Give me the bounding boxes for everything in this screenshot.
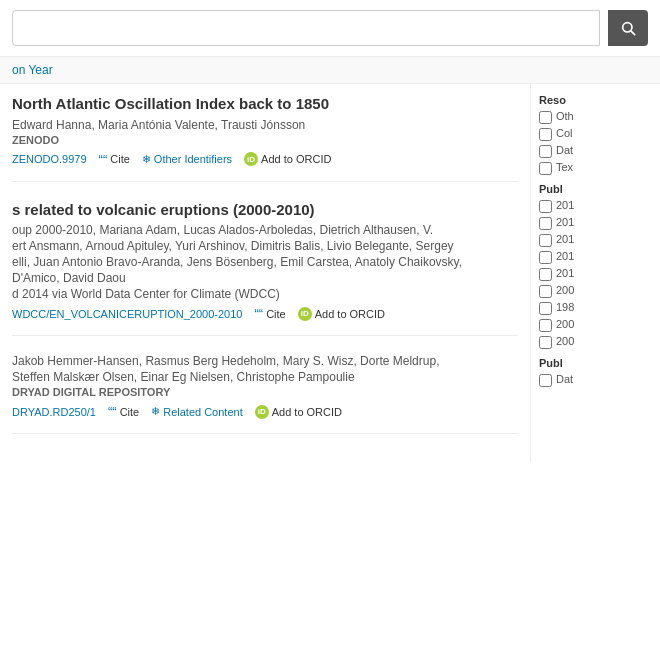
pub-year-title: Publ <box>539 183 652 195</box>
other-identifiers-button-1[interactable]: ❄ Other Identifiers <box>142 153 232 166</box>
result-title-2: s related to volcanic eruptions (2000-20… <box>12 200 518 220</box>
sidebar-label-year-0: 201 <box>556 199 574 211</box>
result-id-link-2[interactable]: WDCC/EN_VOLCANICERUPTION_2000-2010 <box>12 308 242 320</box>
sidebar-checkbox-year-3[interactable] <box>539 251 552 264</box>
sidebar-checkbox-col[interactable] <box>539 128 552 141</box>
search-input[interactable]: climate iceland <box>12 10 600 46</box>
snowflake-icon-1: ❄ <box>142 153 151 166</box>
sidebar-label-year-5: 200 <box>556 284 574 296</box>
sidebar-label-tex: Tex <box>556 161 573 173</box>
orcid-label-1: Add to ORCID <box>261 153 331 165</box>
sidebar-checkbox-pubtype-0[interactable] <box>539 374 552 387</box>
result-actions-3: DRYAD.RD250/1 ““ Cite ❄ Related Content … <box>12 404 518 419</box>
result-actions-1: ZENODO.9979 ““ Cite ❄ Other Identifiers … <box>12 152 518 167</box>
result-authors-2b: ert Ansmann, Arnoud Apituley, Yuri Arshi… <box>12 239 518 253</box>
orcid-label-3: Add to ORCID <box>272 406 342 418</box>
orcid-label-2: Add to ORCID <box>315 308 385 320</box>
svg-line-1 <box>631 31 634 34</box>
result-title-1: North Atlantic Oscillation Index back to… <box>12 94 518 114</box>
sidebar-item-year-1[interactable]: 201 <box>539 216 652 230</box>
sidebar-label-year-6: 198 <box>556 301 574 313</box>
sidebar-checkbox-year-0[interactable] <box>539 200 552 213</box>
sidebar-label-pubtype-0: Dat <box>556 373 573 385</box>
sidebar-label-year-4: 201 <box>556 267 574 279</box>
result-item-3: Jakob Hemmer-Hansen, Rasmus Berg Hedehol… <box>12 354 518 434</box>
result-actions-2: WDCC/EN_VOLCANICERUPTION_2000-2010 ““ Ci… <box>12 306 518 321</box>
orcid-button-2[interactable]: iD Add to ORCID <box>298 307 385 321</box>
sidebar-checkbox-year-8[interactable] <box>539 336 552 349</box>
orcid-icon-2: iD <box>298 307 312 321</box>
sidebar-checkbox-dat[interactable] <box>539 145 552 158</box>
orcid-button-1[interactable]: iD Add to ORCID <box>244 152 331 166</box>
result-published-2: d 2014 via World Data Center for Climate… <box>12 287 518 301</box>
resource-type-title: Reso <box>539 94 652 106</box>
sidebar-checkbox-year-7[interactable] <box>539 319 552 332</box>
sidebar-label-col: Col <box>556 127 573 139</box>
search-bar: climate iceland <box>0 0 660 57</box>
sidebar-checkbox-year-4[interactable] <box>539 268 552 281</box>
cite-button-3[interactable]: ““ Cite <box>108 404 139 419</box>
cite-button-2[interactable]: ““ Cite <box>254 306 285 321</box>
sidebar-item-year-8[interactable]: 200 <box>539 335 652 349</box>
filter-year-link[interactable]: on Year <box>12 63 53 77</box>
sidebar-label-year-7: 200 <box>556 318 574 330</box>
sidebar-item-dat[interactable]: Dat <box>539 144 652 158</box>
result-authors-3b: Steffen Malskær Olsen, Einar Eg Nielsen,… <box>12 370 518 384</box>
svg-point-0 <box>623 23 632 32</box>
sidebar-label-year-3: 201 <box>556 250 574 262</box>
sidebar-item-col[interactable]: Col <box>539 127 652 141</box>
sidebar-panel: Reso Oth Col Dat Tex Publ 201 201 201 <box>530 84 660 462</box>
sidebar-label-year-2: 201 <box>556 233 574 245</box>
sidebar-item-oth[interactable]: Oth <box>539 110 652 124</box>
cite-button-1[interactable]: ““ Cite <box>99 152 130 167</box>
orcid-icon-3: iD <box>255 405 269 419</box>
cite-label-3: Cite <box>120 406 140 418</box>
cite-label-1: Cite <box>110 153 130 165</box>
related-content-label-3: Related Content <box>163 406 243 418</box>
result-authors-2d: D'Amico, David Daou <box>12 271 518 285</box>
sidebar-checkbox-year-1[interactable] <box>539 217 552 230</box>
search-button[interactable] <box>608 10 648 46</box>
related-content-button-3[interactable]: ❄ Related Content <box>151 405 243 418</box>
sidebar-label-year-8: 200 <box>556 335 574 347</box>
cite-label-2: Cite <box>266 308 286 320</box>
sidebar-item-pubtype-0[interactable]: Dat <box>539 373 652 387</box>
sidebar-label-dat: Dat <box>556 144 573 156</box>
sidebar-checkbox-year-6[interactable] <box>539 302 552 315</box>
sidebar-label-oth: Oth <box>556 110 574 122</box>
result-item: North Atlantic Oscillation Index back to… <box>12 94 518 182</box>
result-authors-1: Edward Hanna, Maria Antónia Valente, Tra… <box>12 118 518 132</box>
results-panel: North Atlantic Oscillation Index back to… <box>0 84 530 462</box>
sidebar-item-year-6[interactable]: 198 <box>539 301 652 315</box>
snowflake-icon-3: ❄ <box>151 405 160 418</box>
search-icon <box>620 20 636 36</box>
result-source-3: Dryad Digital Repository <box>12 386 518 398</box>
pub-type-title: Publ <box>539 357 652 369</box>
result-id-link-1[interactable]: ZENODO.9979 <box>12 153 87 165</box>
result-authors-2c: elli, Juan Antonio Bravo-Aranda, Jens Bö… <box>12 255 518 269</box>
main-layout: North Atlantic Oscillation Index back to… <box>0 84 660 462</box>
sidebar-item-year-2[interactable]: 201 <box>539 233 652 247</box>
orcid-button-3[interactable]: iD Add to ORCID <box>255 405 342 419</box>
filter-bar: on Year <box>0 57 660 84</box>
sidebar-item-year-0[interactable]: 201 <box>539 199 652 213</box>
sidebar-label-year-1: 201 <box>556 216 574 228</box>
cite-icon-1: ““ <box>99 152 108 167</box>
orcid-icon-1: iD <box>244 152 258 166</box>
other-id-label-1: Other Identifiers <box>154 153 232 165</box>
result-authors-2a: oup 2000-2010, Mariana Adam, Lucas Alado… <box>12 223 518 237</box>
sidebar-checkbox-year-2[interactable] <box>539 234 552 247</box>
result-item-2: s related to volcanic eruptions (2000-20… <box>12 200 518 337</box>
result-source-1: ZENODO <box>12 134 518 146</box>
sidebar-item-year-3[interactable]: 201 <box>539 250 652 264</box>
sidebar-checkbox-oth[interactable] <box>539 111 552 124</box>
sidebar-item-year-7[interactable]: 200 <box>539 318 652 332</box>
sidebar-checkbox-year-5[interactable] <box>539 285 552 298</box>
sidebar-checkbox-tex[interactable] <box>539 162 552 175</box>
cite-icon-3: ““ <box>108 404 117 419</box>
sidebar-item-tex[interactable]: Tex <box>539 161 652 175</box>
result-id-link-3[interactable]: DRYAD.RD250/1 <box>12 406 96 418</box>
sidebar-item-year-5[interactable]: 200 <box>539 284 652 298</box>
result-authors-3a: Jakob Hemmer-Hansen, Rasmus Berg Hedehol… <box>12 354 518 368</box>
sidebar-item-year-4[interactable]: 201 <box>539 267 652 281</box>
